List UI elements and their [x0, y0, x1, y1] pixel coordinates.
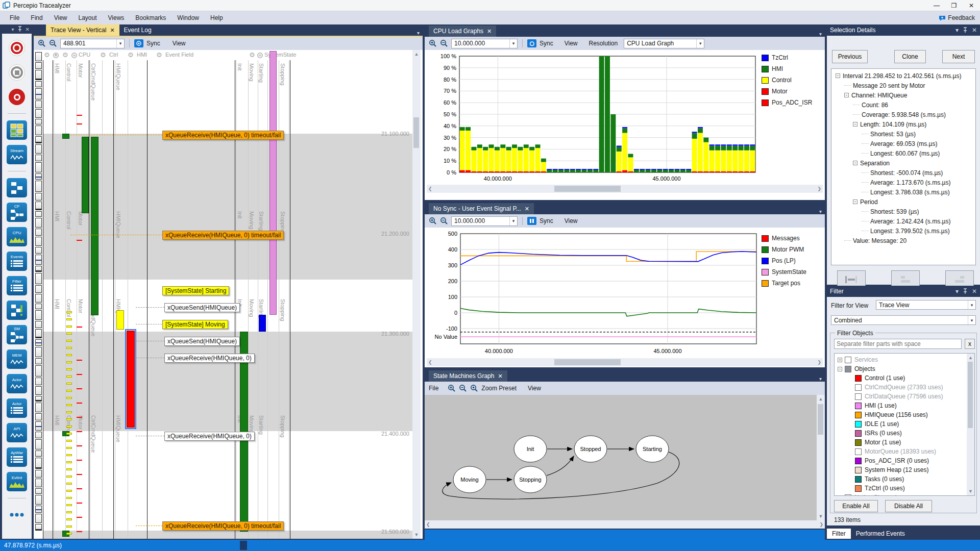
- filter-checkbox[interactable]: [855, 403, 862, 409]
- scroll-down-icon[interactable]: ▼: [819, 514, 823, 519]
- event-label[interactable]: xQueueReceive(HMIQueue, 0) timeout/fail: [162, 131, 284, 140]
- filter-checkbox[interactable]: [855, 476, 862, 483]
- state-machines-button[interactable]: SM: [6, 324, 28, 345]
- communication-flow-button[interactable]: CF: [6, 202, 28, 222]
- memory-view-button[interactable]: MEM: [6, 349, 28, 369]
- bottom-tab-performed-events[interactable]: Performed Events: [851, 529, 910, 539]
- filter-tree-scrollbar[interactable]: ▲ ▼: [967, 354, 974, 495]
- chevron-down-icon[interactable]: ▾: [968, 300, 975, 309]
- resolution-menu-button[interactable]: Resolution: [589, 40, 618, 47]
- filter-checkbox[interactable]: [845, 366, 851, 372]
- state-machine-graph[interactable]: InitStoppedStartingMovingStopping: [425, 395, 817, 520]
- filter-checkbox[interactable]: [855, 458, 862, 464]
- collapse-columns-icon[interactable]: -: [257, 53, 263, 58]
- zoom-in-icon[interactable]: [38, 39, 46, 47]
- filter-checkbox[interactable]: [855, 375, 862, 382]
- sync-icon[interactable]: [527, 39, 536, 47]
- filter-tree-row[interactable]: Tasks (0 uses): [837, 474, 974, 484]
- view-menu-button[interactable]: View: [565, 217, 578, 224]
- filter-checkbox[interactable]: [855, 448, 862, 455]
- filter-tree-row[interactable]: Control (1 use): [837, 373, 974, 383]
- streaming-view-button[interactable]: Stream: [6, 144, 28, 165]
- zoom-in-icon[interactable]: [429, 39, 437, 47]
- filter-search-input[interactable]: [834, 339, 962, 349]
- pin-icon[interactable]: [963, 27, 968, 33]
- tab-cpu-load-graphs[interactable]: CPU Load Graphs✕: [429, 26, 496, 37]
- signal-zoom-combo[interactable]: 10.000.000 ▾: [451, 216, 518, 226]
- trace-content[interactable]: ⚙+⚙-CPU⚙Ctrl⚙HMI⚙Event Field⚙-SystemStat…: [34, 50, 423, 539]
- menu-views[interactable]: Views: [103, 12, 130, 23]
- zoom-out-icon[interactable]: [459, 384, 467, 392]
- scroll-left-icon[interactable]: ❮: [428, 360, 432, 365]
- selection-tree-row[interactable]: Value: Message: 20: [832, 236, 975, 245]
- selection-tree-row[interactable]: −Interval 21.298.452 to 21.402.561 (s.ms…: [832, 71, 975, 81]
- tab-trace-view-vertical[interactable]: Trace View - Vertical✕: [46, 24, 119, 36]
- stop-button[interactable]: [6, 62, 28, 83]
- event-intensity-button[interactable]: EvtInt: [6, 471, 28, 492]
- trace-zoom-combo[interactable]: 488.901 ▾: [60, 39, 125, 48]
- selection-tree-row[interactable]: Shortest: -500.074 (ms.µs): [832, 168, 975, 178]
- pin-icon[interactable]: [17, 26, 22, 32]
- trace-issues-button[interactable]: [6, 300, 28, 320]
- event-log-button[interactable]: Events: [6, 251, 28, 271]
- scroll-left-icon[interactable]: ❮: [428, 186, 432, 191]
- sidebar-close-icon[interactable]: ✕: [26, 27, 30, 32]
- cpu-hscrollbar[interactable]: ❮ ❯: [427, 185, 823, 193]
- zoom-out-icon[interactable]: [49, 39, 57, 47]
- selection-tree-row[interactable]: Average: 69.053 (ms.µs): [832, 139, 975, 148]
- next-button[interactable]: Next: [942, 50, 975, 63]
- expand-columns-icon[interactable]: +: [53, 53, 59, 58]
- panel-close-icon[interactable]: ✕: [972, 288, 977, 295]
- actor-graph-button[interactable]: Actor: [6, 373, 28, 394]
- cpu-load-button[interactable]: CPU: [6, 227, 28, 247]
- actor-list-button[interactable]: Actor: [6, 398, 28, 418]
- filter-checkbox[interactable]: [855, 384, 862, 391]
- menu-file[interactable]: File: [4, 12, 25, 23]
- event-label[interactable]: xQueueReceive(HMIQueue, 0): [164, 432, 255, 441]
- tab-close-icon[interactable]: ✕: [498, 373, 502, 380]
- panel-close-icon[interactable]: ✕: [972, 27, 977, 34]
- filter-tree-row[interactable]: Pos_ADC_ISR (0 uses): [837, 456, 974, 465]
- filter-tree-row[interactable]: Motor (1 use): [837, 438, 974, 447]
- view-menu-button[interactable]: View: [528, 385, 541, 392]
- filter-tree-row[interactable]: CtrlCmdQueue (27393 uses): [837, 383, 974, 392]
- scroll-right-icon[interactable]: ❯: [817, 360, 821, 365]
- state-node-moving[interactable]: Moving: [453, 466, 486, 493]
- tab-list-chevron-icon[interactable]: ▾: [819, 31, 825, 37]
- filter-tree-row[interactable]: MotorQueue (18393 uses): [837, 447, 974, 456]
- view-menu-button[interactable]: View: [173, 40, 186, 47]
- menu-bookmarks[interactable]: Bookmarks: [130, 12, 172, 23]
- chevron-down-icon[interactable]: ▾: [509, 39, 517, 48]
- tab-list-chevron-icon[interactable]: ▾: [819, 376, 825, 382]
- column-gear-icon[interactable]: ⚙: [128, 51, 134, 59]
- state-vscrollbar[interactable]: ▲ ▼: [817, 395, 825, 520]
- zoom-out-icon[interactable]: [440, 217, 448, 225]
- trace-event-bar[interactable]: [259, 315, 266, 332]
- filter-tree-row[interactable]: −Objects: [837, 364, 974, 373]
- filter-view-button[interactable]: Filter: [6, 276, 28, 296]
- selection-details-tree[interactable]: −Interval 21.298.452 to 21.402.561 (s.ms…: [831, 68, 976, 265]
- filter-checkbox[interactable]: [855, 393, 862, 400]
- zoom-preset-button[interactable]: Zoom Preset: [481, 385, 517, 392]
- panel-menu-arrow-icon[interactable]: ▾: [955, 288, 959, 295]
- menu-view[interactable]: View: [48, 12, 73, 23]
- filter-checkbox[interactable]: [855, 467, 862, 473]
- more-button[interactable]: [6, 505, 28, 525]
- filter-checkbox[interactable]: [855, 421, 862, 428]
- event-label[interactable]: xQueueReceive(HMIQueue, 0) timeout/fail: [162, 521, 284, 531]
- selection-tree-row[interactable]: Message 20 sent by Motor: [832, 81, 975, 90]
- filter-tree-row[interactable]: System Heap (12 uses): [837, 465, 974, 474]
- filter-checkbox[interactable]: [855, 439, 862, 446]
- collapse-columns-icon[interactable]: -: [71, 53, 77, 58]
- selection-tree-row[interactable]: Shortest: 539 (µs): [832, 207, 975, 216]
- menu-window[interactable]: Window: [172, 12, 205, 23]
- tab-list-chevron-icon[interactable]: ▾: [417, 30, 423, 36]
- selection-tree-row[interactable]: Shortest: 53 (µs): [832, 129, 975, 139]
- state-node-stopping[interactable]: Stopping: [514, 466, 547, 493]
- chevron-down-icon[interactable]: ▾: [116, 39, 124, 48]
- tab-state-machines-graph[interactable]: State Machines Graph✕: [429, 370, 507, 382]
- signal-hscrollbar[interactable]: ❮ ❯: [427, 358, 823, 366]
- event-label[interactable]: xQueueSend(HMIQueue): [164, 303, 240, 312]
- selection-tree-row[interactable]: Longest: 3.786.038 (s.ms.µs): [832, 187, 975, 197]
- state-node-starting[interactable]: Starting: [636, 436, 669, 462]
